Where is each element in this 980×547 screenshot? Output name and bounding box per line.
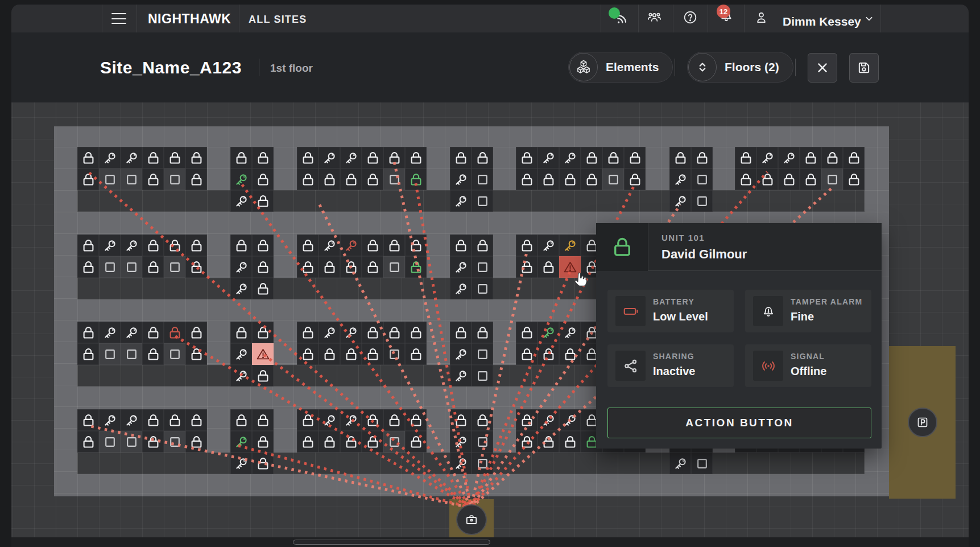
unit-cell-smart-lock[interactable] — [843, 147, 865, 168]
unit-cell-smart-lock[interactable] — [185, 168, 207, 190]
unit-cell-smart-lock[interactable] — [362, 343, 383, 365]
unit-cell-basic-unit-highlight[interactable] — [164, 343, 185, 365]
close-button[interactable] — [808, 53, 837, 83]
unit-cell-key-unit[interactable] — [319, 235, 340, 256]
unit-cell-smart-lock[interactable] — [821, 147, 843, 168]
hub-briefcase-icon[interactable] — [456, 504, 487, 535]
unit-cell-key-unit-red[interactable] — [340, 235, 362, 256]
unit-cell-smart-lock[interactable] — [252, 365, 274, 386]
unit-cell-key-unit[interactable] — [669, 190, 691, 212]
nav-all-sites[interactable]: ALL SITES — [249, 14, 307, 26]
unit-cell-smart-lock[interactable] — [472, 147, 493, 168]
unit-cell-key-unit[interactable] — [537, 409, 559, 431]
unit-cell-smart-lock[interactable] — [472, 409, 493, 431]
unit-cell-key-unit[interactable] — [450, 168, 472, 190]
unit-cell-key-unit[interactable] — [230, 453, 252, 474]
unit-cell-smart-lock[interactable] — [252, 256, 274, 278]
unit-cell-smart-lock[interactable] — [472, 235, 493, 256]
unit-cell-smart-lock[interactable] — [559, 431, 581, 453]
unit-cell-smart-lock[interactable] — [297, 256, 319, 278]
unit-cell-smart-lock[interactable] — [77, 409, 99, 431]
unit-cell-basic-unit-highlight[interactable] — [99, 343, 121, 365]
unit-cell-smart-lock[interactable] — [77, 235, 99, 256]
unit-cell-smart-lock[interactable] — [142, 431, 164, 453]
unit-cell-smart-lock[interactable] — [340, 431, 362, 453]
unit-cell-smart-lock[interactable] — [319, 256, 340, 278]
unit-cell-key-unit[interactable] — [230, 343, 252, 365]
unit-cell-key-unit[interactable] — [121, 409, 142, 431]
unit-cell-smart-lock[interactable] — [362, 147, 383, 168]
unit-cell-basic-unit-highlight[interactable] — [99, 256, 121, 278]
unit-cell-smart-lock-green[interactable] — [405, 256, 427, 278]
unit-cell-smart-lock[interactable] — [185, 343, 207, 365]
unit-cell-smart-lock[interactable] — [252, 453, 274, 474]
unit-cell-smart-lock[interactable] — [142, 256, 164, 278]
unit-cell-key-unit[interactable] — [559, 322, 581, 343]
unit-cell-smart-lock[interactable] — [383, 322, 405, 343]
unit-cell-key-unit[interactable] — [319, 409, 340, 431]
unit-cell-smart-lock[interactable] — [185, 147, 207, 168]
unit-cell-smart-lock[interactable] — [537, 256, 559, 278]
unit-cell-smart-lock[interactable] — [516, 168, 537, 190]
unit-cell-warning-alarm[interactable] — [559, 256, 581, 278]
unit-cell-smart-lock[interactable] — [142, 235, 164, 256]
unit-cell-smart-lock[interactable] — [450, 235, 472, 256]
unit-cell-smart-lock[interactable] — [164, 235, 185, 256]
unit-cell-smart-lock[interactable] — [405, 409, 427, 431]
unit-cell-smart-lock[interactable] — [297, 322, 319, 343]
unit-cell-basic-unit[interactable] — [472, 453, 493, 474]
unit-cell-smart-lock[interactable] — [142, 343, 164, 365]
unit-cell-key-unit[interactable] — [230, 365, 252, 386]
unit-cell-key-unit[interactable] — [99, 235, 121, 256]
parking-zone[interactable] — [889, 346, 956, 499]
unit-cell-basic-unit-highlight[interactable] — [99, 431, 121, 453]
unit-cell-basic-unit[interactable] — [472, 278, 493, 299]
unit-cell-smart-lock[interactable] — [185, 409, 207, 431]
unit-cell-basic-unit-highlight[interactable] — [383, 256, 405, 278]
unit-cell-smart-lock[interactable] — [77, 431, 99, 453]
unit-cell-basic-unit[interactable] — [472, 168, 493, 190]
unit-cell-key-unit-green[interactable] — [537, 322, 559, 343]
scrollbar-thumb[interactable] — [293, 540, 490, 545]
unit-cell-key-unit[interactable] — [450, 431, 472, 453]
unit-cell-smart-lock[interactable] — [297, 343, 319, 365]
unit-cell-basic-unit[interactable] — [691, 190, 713, 212]
unit-cell-key-unit[interactable] — [450, 365, 472, 386]
unit-cell-basic-unit-highlight[interactable] — [99, 168, 121, 190]
unit-cell-smart-lock[interactable] — [230, 322, 252, 343]
unit-cell-smart-lock[interactable] — [624, 147, 646, 168]
unit-cell-basic-unit-highlight[interactable] — [164, 168, 185, 190]
unit-cell-smart-lock[interactable] — [516, 409, 537, 431]
unit-cell-key-unit[interactable] — [99, 322, 121, 343]
unit-cell-smart-lock[interactable] — [142, 168, 164, 190]
unit-cell-smart-lock[interactable] — [800, 168, 821, 190]
unit-cell-key-unit[interactable] — [99, 147, 121, 168]
unit-cell-warning-alarm-muted[interactable] — [252, 343, 274, 365]
action-button[interactable]: ACTION BUTTON — [607, 408, 871, 438]
unit-cell-smart-lock[interactable] — [405, 343, 427, 365]
unit-cell-smart-lock[interactable] — [252, 278, 274, 299]
unit-cell-key-unit[interactable] — [537, 235, 559, 256]
unit-cell-smart-lock[interactable] — [383, 147, 405, 168]
unit-cell-smart-lock[interactable] — [340, 256, 362, 278]
floors-button[interactable]: Floors (2) — [687, 52, 793, 83]
unit-cell-key-unit[interactable] — [537, 147, 559, 168]
unit-cell-basic-unit[interactable] — [472, 256, 493, 278]
unit-cell-basic-unit-highlight[interactable] — [821, 168, 843, 190]
unit-cell-key-unit[interactable] — [319, 147, 340, 168]
unit-cell-key-unit[interactable] — [121, 235, 142, 256]
unit-cell-smart-lock[interactable] — [297, 409, 319, 431]
unit-cell-smart-lock[interactable] — [77, 147, 99, 168]
unit-cell-key-unit[interactable] — [559, 147, 581, 168]
unit-cell-basic-unit[interactable] — [472, 190, 493, 212]
unit-cell-smart-lock[interactable] — [340, 343, 362, 365]
unit-cell-key-unit-yellow[interactable] — [559, 235, 581, 256]
unit-cell-smart-lock[interactable] — [362, 168, 383, 190]
unit-cell-basic-unit-highlight[interactable] — [121, 168, 142, 190]
unit-cell-smart-lock[interactable] — [472, 322, 493, 343]
unit-cell-basic-unit-highlight[interactable] — [383, 431, 405, 453]
chevron-down-icon[interactable] — [863, 13, 875, 25]
unit-cell-basic-unit-highlight[interactable] — [121, 256, 142, 278]
unit-cell-smart-lock-red[interactable] — [164, 322, 185, 343]
floor-canvas[interactable]: UNIT 101 David Gilmour BATTERY Low Level… — [11, 102, 969, 547]
